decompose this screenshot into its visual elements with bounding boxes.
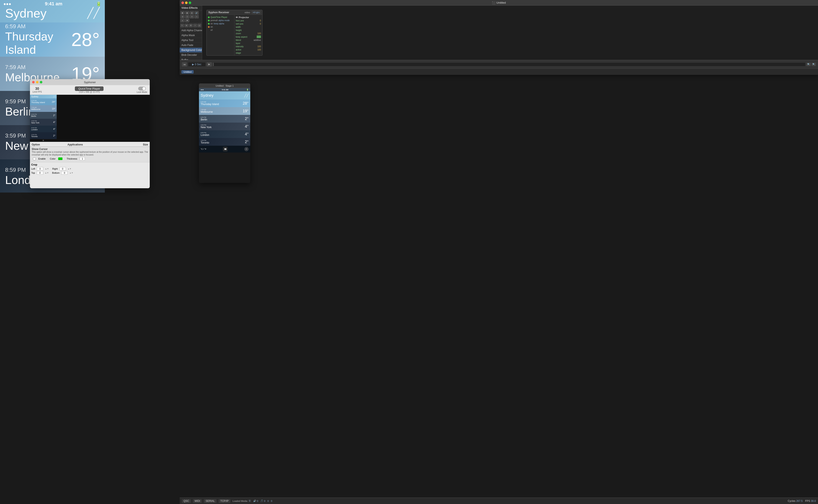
sr-video-label: video [245,11,250,14]
sr-vert-pos: vert pos 0 [234,22,262,25]
ve-panel-title: Video Effects [180,6,202,10]
ve-btn-4[interactable]: 🔊 [194,11,199,15]
sr-active: active 100 [234,48,262,51]
sr-keep-aspect: keep aspect [234,35,262,39]
playback-next[interactable]: ▶ [207,62,212,67]
ve-btn-2[interactable]: ▦ [185,11,189,15]
vol-val: 0 [257,500,258,502]
thickness-input[interactable] [80,157,85,160]
timeline-bar[interactable] [213,63,805,66]
sr-params-area: QuickTime Player premult alpha mode on k… [207,15,262,55]
stage-add-btn[interactable]: + [244,147,249,151]
weather-row-thursday[interactable]: 6:59 AM Thursday Island 28° [0,22,105,57]
close-btn[interactable] [181,1,184,4]
max-btn[interactable] [189,1,191,4]
playback-controls-right: 🔍 🔍 [806,63,816,66]
lock-mode-toggle[interactable]: Lock Mode [137,87,147,93]
ve-tool-5[interactable]: ◎ [197,24,201,27]
top-input[interactable] [37,171,43,175]
applications-table: Option Applications Size [30,143,150,147]
color-swatch[interactable] [58,157,62,160]
lock-toggle-switch[interactable] [138,87,146,90]
qsc-btn[interactable]: QSC [182,499,191,503]
ve-btn-3[interactable]: ▧ [190,11,194,15]
time-melbourne: 7:59 AM [5,64,60,71]
syphon-node-area: Syphon Receiver video vid-gpu QuickTime … [202,6,818,66]
sr-param-row-2: premult alpha mode [207,19,234,22]
ve-btn-10[interactable]: ❤ [185,19,189,22]
loaded-media-label: Loaded Media [233,500,247,502]
serial-btn[interactable]: SERIAL [204,499,216,503]
zoom-out-btn[interactable]: 🔍 [812,63,816,66]
ve-item-add-alpha[interactable]: Add Alpha Channel [180,28,202,33]
ve-tool-2[interactable]: ⊕ [185,24,188,27]
ve-item-bg-color[interactable]: Background Color [180,48,202,53]
timeline-cursor [213,63,214,66]
sr-layer: layer [234,42,262,45]
sr-param-row-4: on [207,25,234,28]
ve-tool-4[interactable]: • [193,24,197,27]
top-label: Top [31,172,35,174]
ve-btn-1[interactable]: ▣ [180,11,185,15]
bottom-input[interactable] [61,171,68,175]
playback-prev[interactable]: ⏮ [182,62,187,67]
midi-val: 0 [264,500,265,502]
ve-item-blob-decoder[interactable]: Blob Decoder [180,53,202,58]
stage-units[interactable]: °C / °F [201,148,206,150]
battery-icon: 🔋 [96,1,101,6]
stage-title: Untitled : Stage 1 [216,84,234,87]
midi-btn[interactable]: MIDI [193,499,202,503]
loaded-media-count: 0 [248,500,251,502]
lock-mode-label: Lock Mode [137,91,147,93]
close-button[interactable] [32,81,35,83]
stage-footer: °C / °F 📰 + [199,146,250,153]
syphon-receiver-node[interactable]: Syphon Receiver video vid-gpu QuickTime … [206,10,262,56]
loaded-media-indicator: Loaded Media 0 [233,500,251,502]
sr-horz-pos: horz pos 0 [234,19,262,22]
time-display: ▶ 0 Sec [188,62,205,66]
sr-zoom: zoom 100 [234,32,262,35]
tcpip-btn[interactable]: TCP/IP [219,499,230,503]
right-input[interactable] [59,167,66,170]
ve-item-auto-fade[interactable]: Auto Fade [180,43,202,48]
ve-btn-7[interactable]: ⟳ [190,15,194,18]
ve-tool-1[interactable]: ↖ [180,24,184,27]
sr-projector-label: Projector [239,16,249,19]
stage-titlebar: Untitled : Stage 1 [199,83,250,88]
crop-row-lr: Left ▲▼ Right ▲▼ [31,167,148,170]
right-label: Right [52,168,58,170]
ve-item-alpha-mask[interactable]: Alpha Mask [180,33,202,38]
ve-item-alpha-tool[interactable]: Alpha Tool [180,38,202,43]
stage-time: 9:41 AM [222,89,228,91]
left-label: Left [31,168,35,170]
ve-btn-8[interactable]: ✂ [194,15,199,18]
isadora-logo-icon: ⬛ [492,1,495,4]
sr-height: height [234,29,262,32]
left-input[interactable] [37,167,43,170]
preview-toronto: 3:59 PM Toronto 2° [30,132,57,139]
rec-indicator: 0 [267,500,269,502]
stage-tab-untitled[interactable]: Untitled [181,70,194,74]
preview-london: 8:59 PM London 4° [30,126,57,132]
app-name[interactable]: QuickTime Player [75,86,104,91]
ve-tool-3[interactable]: ⚙ [189,24,193,27]
zoom-in-btn[interactable]: 🔍 [806,63,811,66]
sr-on-label-1: on [210,22,213,25]
ve-btn-9[interactable]: ♦ [180,19,185,22]
ve-btn-5[interactable]: ⚙ [180,15,185,18]
minimize-button[interactable] [36,81,39,83]
stage-toronto: 3:59 PM Toronto 2° [199,138,250,146]
sr-param-row-1: QuickTime Player [207,16,234,19]
orange-dot [208,26,210,28]
ve-btn-6[interactable]: ☷ [185,15,189,18]
sr-premult-label: premult [210,19,218,22]
maximize-button[interactable] [40,81,42,83]
stage-melbourne: 7:59 AM Melbourne 19° [199,107,250,115]
fps-value: 30 [35,87,39,91]
app-selector[interactable]: QuickTime Player 1324 x 996 @ 15 FPS [44,86,135,93]
vol-icon: 🔊 [253,500,256,502]
min-btn[interactable] [185,1,188,4]
enable-checkbox[interactable] [33,157,36,160]
preview-sydney: Sydney ╱╱ [30,95,57,98]
temp-thursday: 28° [71,29,100,50]
